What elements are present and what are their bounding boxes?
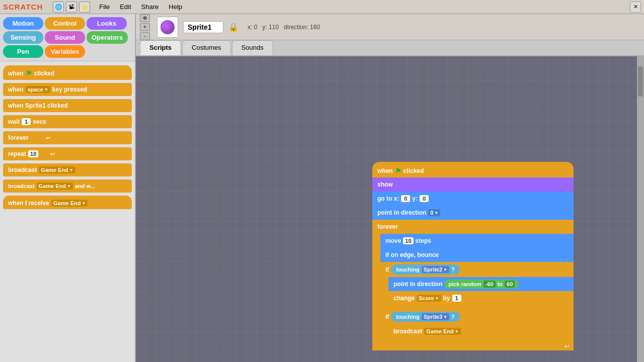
- nav-up[interactable]: +: [140, 23, 150, 31]
- block-text: y:: [412, 195, 418, 202]
- cat-control[interactable]: Control: [45, 17, 85, 30]
- menu-edit[interactable]: Edit: [117, 2, 134, 12]
- block-text: when: [377, 167, 393, 174]
- block-key-pressed[interactable]: when space key pressed: [3, 83, 132, 96]
- block-broadcast-wait[interactable]: broadcast Game End and w...: [3, 179, 132, 193]
- move-input[interactable]: 10: [403, 237, 413, 244]
- pick-random-oval[interactable]: pick random -60 to 60: [444, 280, 519, 289]
- question: ?: [451, 266, 455, 273]
- globe-icon[interactable]: 🌐: [53, 2, 64, 13]
- cat-variables[interactable]: Variables: [45, 45, 85, 58]
- nav-buttons: ⊕ + -: [140, 14, 150, 40]
- menu-file[interactable]: File: [96, 2, 113, 12]
- wait-input[interactable]: 1: [22, 118, 31, 125]
- if-sprite2-close: [380, 305, 574, 309]
- pr-text: pick random: [448, 281, 481, 287]
- if-sprite2-header[interactable]: if touching Sprite2 ?: [380, 262, 574, 277]
- scroll-thumb[interactable]: [638, 66, 643, 97]
- block-text: show: [377, 181, 393, 188]
- sprite3-dropdown[interactable]: Sprite3: [422, 313, 449, 320]
- cat-sound[interactable]: Sound: [45, 31, 85, 44]
- tabs: Scripts Costumes Sounds: [136, 40, 644, 56]
- script-canvas[interactable]: when ⚑ clicked show go to x: 0 y: 0: [136, 56, 644, 362]
- cat-operators[interactable]: Operators: [87, 31, 128, 44]
- touching-sprite2-bool[interactable]: touching Sprite2 ?: [391, 264, 459, 275]
- flag-green: ⚑: [395, 167, 401, 175]
- block-when-flag[interactable]: when ⚑ clicked: [3, 65, 132, 80]
- tab-sounds[interactable]: Sounds: [232, 40, 273, 55]
- cat-motion[interactable]: Motion: [3, 17, 43, 30]
- block-point-random[interactable]: point in direction pick random -60 to 60: [388, 277, 574, 291]
- broadcast-gameend-dd[interactable]: Game End: [424, 328, 460, 335]
- block-wait[interactable]: wait 1 secs: [3, 115, 132, 128]
- block-move[interactable]: move 10 steps: [380, 234, 574, 248]
- block-text: if on edge, bounce: [385, 251, 439, 258]
- forever-header[interactable]: forever: [372, 220, 574, 234]
- block-broadcast[interactable]: broadcast Game End: [3, 163, 132, 176]
- expand-btn[interactable]: ⊕: [140, 14, 150, 22]
- cat-looks[interactable]: Looks: [87, 17, 127, 30]
- menu-share[interactable]: Share: [138, 2, 162, 12]
- block-text: point in direction: [377, 209, 426, 216]
- menu-help[interactable]: Help: [166, 2, 185, 12]
- tab-costumes[interactable]: Costumes: [182, 40, 231, 55]
- block-text: forever: [377, 223, 398, 230]
- if-sprite2-block: if touching Sprite2 ? point in direction: [380, 262, 574, 309]
- cat-pen[interactable]: Pen: [3, 45, 43, 58]
- score-by-input[interactable]: 1: [452, 295, 461, 302]
- block-repeat[interactable]: repeat 10 ↩: [3, 147, 132, 160]
- direction-dropdown[interactable]: 0: [428, 209, 440, 216]
- sprite2-dropdown[interactable]: Sprite2: [422, 266, 449, 273]
- sprite-x: 0: [254, 24, 258, 31]
- if-sprite3-header[interactable]: if touching Sprite3 ?: [380, 309, 574, 324]
- block-point-direction[interactable]: point in direction 0: [372, 206, 574, 220]
- broadcast-dropdown[interactable]: Game End: [39, 166, 75, 173]
- block-label: broadcast: [8, 183, 35, 189]
- score-dropdown[interactable]: Score: [417, 295, 441, 302]
- receive-dropdown[interactable]: Game End: [51, 200, 88, 207]
- sprite-coords: x: 0 y: 110 direction: 180: [248, 24, 320, 31]
- random-to[interactable]: 60: [505, 281, 515, 288]
- film-icon[interactable]: 📽: [66, 2, 77, 13]
- block-label: repeat: [8, 150, 26, 157]
- touching-label: touching: [396, 266, 419, 273]
- block-text: go to x:: [377, 195, 399, 202]
- block-broadcast-gameend[interactable]: broadcast Game End: [388, 324, 574, 338]
- repeat-input[interactable]: 10: [28, 150, 38, 157]
- sprite-name[interactable]: Sprite1: [183, 21, 223, 33]
- block-sprite-clicked[interactable]: when Sprite1 clicked: [3, 99, 132, 112]
- block-text: if: [385, 313, 389, 320]
- arrow-icon2: ↩: [50, 151, 54, 157]
- block-label: clicked: [34, 70, 55, 77]
- tab-scripts[interactable]: Scripts: [140, 40, 181, 55]
- vertical-scrollbar[interactable]: [637, 56, 644, 362]
- block-label: and w...: [75, 183, 95, 189]
- block-goto-xy[interactable]: go to x: 0 y: 0: [372, 192, 574, 206]
- key-dropdown[interactable]: space: [26, 86, 50, 93]
- block-when-flag-hat[interactable]: when ⚑ clicked: [372, 162, 574, 177]
- if-sprite3-block: if touching Sprite3 ? broadcast Game End: [380, 309, 574, 342]
- forever-block: forever move 10 steps if on edge, bounce: [372, 220, 574, 350]
- block-forever[interactable]: forever ↩: [3, 131, 132, 144]
- touching-sprite3-bool[interactable]: touching Sprite3 ?: [391, 312, 459, 322]
- window-control[interactable]: ✕: [630, 2, 641, 13]
- lock-icon[interactable]: 🔒: [228, 22, 238, 32]
- goto-y-input[interactable]: 0: [420, 195, 429, 202]
- block-change-score[interactable]: change Score by 1: [388, 291, 574, 305]
- forever-footer: ↩: [372, 342, 574, 350]
- block-bounce[interactable]: if on edge, bounce: [380, 248, 574, 262]
- block-text: if: [385, 266, 389, 273]
- cat-sensing[interactable]: Sensing: [3, 31, 43, 44]
- sprite-direction: 180: [310, 24, 320, 31]
- nav-down[interactable]: -: [140, 32, 150, 40]
- block-when-receive[interactable]: when I receive Game End: [3, 196, 132, 209]
- left-panel: Motion Control Looks Sensing Sound Opera…: [0, 14, 136, 362]
- block-show[interactable]: show: [372, 177, 574, 192]
- block-text: change: [393, 295, 415, 302]
- goto-x-input[interactable]: 0: [401, 195, 410, 202]
- random-from[interactable]: -60: [484, 281, 496, 288]
- script-area-container: ⊕ + - Sprite1 🔒 x: 0 y: 110 direction: 1…: [136, 14, 644, 362]
- arrow-icon: ↩: [46, 135, 50, 141]
- star-icon[interactable]: ⭐: [79, 2, 90, 13]
- broadcast-wait-dropdown[interactable]: Game End: [37, 183, 73, 190]
